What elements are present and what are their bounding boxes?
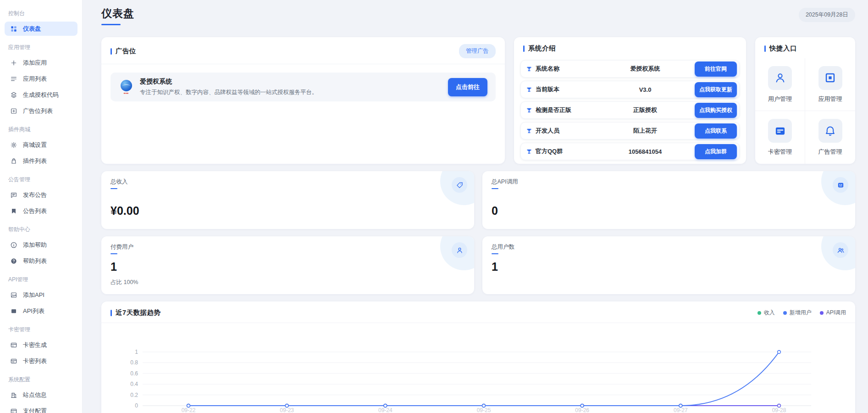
stat-label-underline (492, 188, 498, 189)
ad-go-button[interactable]: 点击前往 (448, 78, 487, 96)
stat-label-underline (111, 188, 117, 189)
trend-chart: 00.20.40.60.8109-2209-2309-2409-2509-260… (101, 323, 855, 413)
sidebar-item[interactable]: 广告位列表 (5, 104, 77, 118)
x-axis-tick-label: 09-27 (674, 407, 688, 413)
quick-entry-icon-box (768, 66, 792, 90)
system-row-button[interactable]: 点我联系 (695, 123, 737, 139)
ad-logo-ball-icon (121, 80, 132, 91)
ad-logo-caption: ●●● (124, 92, 129, 95)
ad-card: 广告位 管理广告 ●●● 爱授权系统 专注于知识产权、数字内容、品牌权益等领域的… (101, 37, 505, 164)
stat-value: 1 (111, 260, 117, 273)
trophy-icon (526, 66, 532, 72)
header-accent-bar (111, 48, 112, 55)
header-accent-bar (764, 45, 766, 52)
legend-label: 新增用户 (790, 309, 812, 317)
system-intro-card: 系统介绍 系统名称爱授权系统前往官网当前版本V3.0点我获取更新检测是否正版正版… (514, 37, 746, 164)
chart-legend: 收入新增用户API调用 (757, 309, 846, 317)
system-row-value: 爱授权系统 (596, 65, 695, 73)
ad-slot-icon (10, 107, 17, 115)
sidebar-section-label: 公告管理 (0, 170, 82, 186)
stat-value: ¥0.00 (111, 204, 139, 218)
stat-label: 总API调用 (492, 178, 846, 186)
sidebar-item[interactable]: 添加帮助 (5, 238, 77, 252)
grid-icon (837, 181, 845, 189)
legend-item[interactable]: 收入 (757, 309, 775, 317)
system-row-labelwrap: 检测是否正版 (526, 106, 596, 114)
header-accent-bar (523, 45, 525, 52)
quick-entry-icon-box (818, 66, 842, 90)
data-point (778, 351, 781, 354)
layers-icon (10, 91, 17, 99)
manage-ads-button[interactable]: 管理广告 (459, 44, 496, 58)
sidebar-item[interactable]: 添加API (5, 288, 77, 302)
system-row-value: 1056841054 (596, 148, 695, 155)
sidebar-section-label: API管理 (0, 270, 82, 286)
ad-item-text: 爱授权系统 专注于知识产权、数字内容、品牌权益等领域的一站式授权服务平台。 (140, 78, 318, 96)
data-point (285, 404, 288, 407)
dashboard-icon (10, 25, 17, 33)
trend-chart-svg: 00.20.40.60.8109-2209-2309-2409-2509-260… (101, 323, 855, 413)
sidebar-item[interactable]: 插件列表 (5, 154, 77, 168)
sidebar-item[interactable]: 站点信息 (5, 388, 77, 402)
page-title: 仪表盘 (101, 6, 134, 21)
legend-item[interactable]: 新增用户 (783, 309, 812, 317)
top-cards-row: 广告位 管理广告 ●●● 爱授权系统 专注于知识产权、数字内容、品牌权益等领域的… (101, 37, 855, 164)
y-axis-tick-label: 0.6 (130, 370, 138, 377)
legend-item[interactable]: API调用 (820, 309, 846, 317)
sidebar-item[interactable]: 发布公告 (5, 188, 77, 202)
system-row-button[interactable]: 点我获取更新 (695, 82, 737, 97)
data-point (778, 404, 781, 407)
stat-card: 总API调用0 (482, 171, 855, 229)
y-axis-tick-label: 1 (135, 349, 138, 355)
sidebar-item[interactable]: 卡密列表 (5, 354, 77, 368)
sidebar-item[interactable]: 帮助列表 (5, 254, 77, 268)
ad-item-name: 爱授权系统 (140, 78, 318, 86)
quick-entry-item[interactable]: 应用管理 (805, 58, 855, 111)
system-info-row: 开发人员陌上花开点我联系 (520, 122, 740, 140)
quick-entry-icon-box (818, 119, 842, 143)
quick-card-title: 快捷入口 (769, 44, 797, 53)
quick-entry-item[interactable]: 卡密管理 (755, 111, 805, 164)
sidebar-item[interactable]: 商城设置 (5, 138, 77, 152)
sidebar-item-label: 生成授权代码 (23, 91, 59, 99)
stat-value: 0 (492, 204, 498, 218)
ad-item[interactable]: ●●● 爱授权系统 专注于知识产权、数字内容、品牌权益等领域的一站式授权服务平台… (111, 73, 496, 101)
trophy-icon (526, 86, 532, 93)
tag-icon (456, 181, 464, 189)
data-point (679, 404, 682, 407)
sidebar-item-label: 卡密列表 (23, 357, 47, 365)
page-title-block: 仪表盘 (101, 6, 134, 25)
sidebar-item-label: 帮助列表 (23, 257, 47, 265)
system-card-header: 系统介绍 (514, 37, 746, 58)
sidebar-item[interactable]: 添加应用 (5, 56, 77, 70)
quick-entry-item[interactable]: 用户管理 (755, 58, 805, 111)
quick-entry-label: 广告管理 (818, 148, 842, 156)
y-axis-tick-label: 0 (135, 402, 138, 409)
trophy-icon (526, 107, 532, 113)
stat-label: 付费用户 (111, 243, 465, 251)
stat-label: 总收入 (111, 178, 465, 186)
system-row-label: 系统名称 (536, 65, 559, 73)
sidebar-item-label: API列表 (23, 307, 44, 315)
stat-icon-badge (452, 242, 467, 258)
bookmark-icon (10, 207, 17, 215)
system-row-button[interactable]: 前往官网 (695, 61, 737, 77)
sidebar-item[interactable]: 卡密生成 (5, 338, 77, 352)
app-icon (824, 72, 836, 84)
info-icon (10, 241, 17, 249)
system-info-row: 系统名称爱授权系统前往官网 (520, 60, 740, 78)
sidebar-item[interactable]: API列表 (5, 304, 77, 318)
x-axis-tick-label: 09-26 (575, 407, 589, 413)
stat-icon-badge (833, 242, 848, 258)
quick-entry-item[interactable]: 广告管理 (805, 111, 855, 164)
sidebar-item[interactable]: 应用列表 (5, 72, 77, 86)
sidebar-item[interactable]: 公告列表 (5, 204, 77, 218)
system-row-button[interactable]: 点我购买授权 (695, 103, 737, 118)
main-content: 仪表盘 2025年09月28日 广告位 管理广告 ●●● 爱授权系统 专注于知识… (83, 0, 868, 413)
sidebar-item[interactable]: 生成授权代码 (5, 88, 77, 102)
sidebar-item[interactable]: 仪表盘 (5, 22, 77, 36)
sidebar-item[interactable]: 支付配置 (5, 404, 77, 413)
system-row-labelwrap: 官方QQ群 (526, 147, 596, 156)
system-row-button[interactable]: 点我加群 (695, 144, 737, 159)
sidebar-item-label: 添加API (23, 291, 44, 299)
